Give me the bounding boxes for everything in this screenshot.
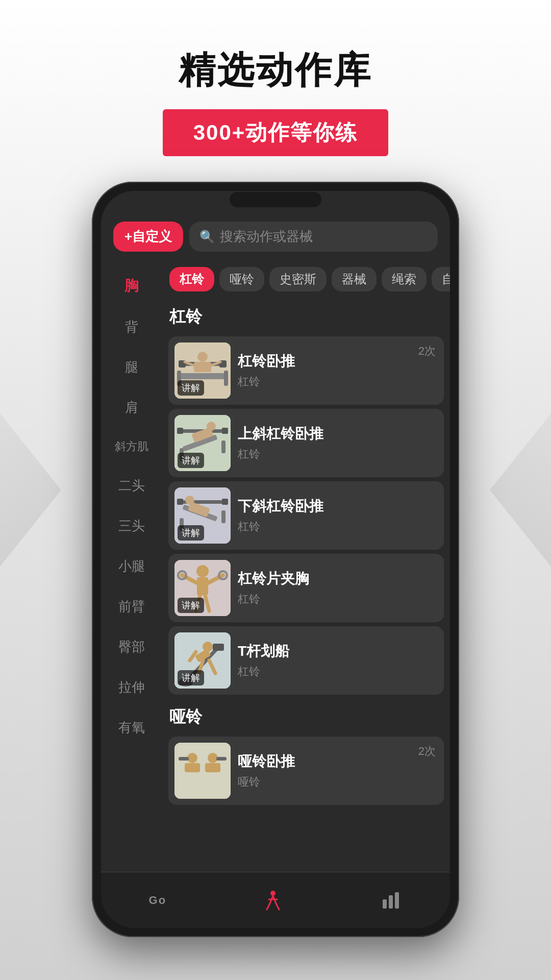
- sidebar-item-trapezius[interactable]: 斜方肌: [101, 428, 162, 465]
- sidebar-item-calf[interactable]: 小腿: [101, 546, 162, 586]
- runner-icon: [262, 889, 284, 912]
- sidebar-item-back[interactable]: 背: [101, 307, 162, 347]
- exercise-info-trow: T杆划船 杠铃: [238, 642, 437, 679]
- search-icon: 🔍: [199, 230, 215, 244]
- filter-chip-machine[interactable]: 器械: [332, 267, 377, 291]
- badge-incline: 讲解: [178, 453, 204, 468]
- main-content: 胸 背 腿 肩 斜方肌 二头 三头 小腿 前臂 臀部 拉伸 有氧: [101, 260, 450, 872]
- exercise-count-bench: 2次: [418, 344, 436, 359]
- filter-chip-smith[interactable]: 史密斯: [269, 267, 327, 291]
- svg-rect-1: [180, 373, 226, 379]
- exercise-thumb-fly: 讲解: [174, 560, 231, 616]
- exercise-thumb-trow: 讲解: [174, 632, 231, 689]
- svg-rect-51: [205, 763, 220, 772]
- exercise-thumb-incline: 讲解: [174, 415, 231, 471]
- nav-go-label: Go: [149, 894, 167, 907]
- sidebar-item-glute[interactable]: 臀部: [101, 627, 162, 667]
- svg-line-58: [276, 903, 279, 910]
- exercise-info-incline: 上斜杠铃卧推 杠铃: [238, 424, 437, 462]
- sidebar-item-cardio[interactable]: 有氧: [101, 707, 162, 748]
- svg-rect-52: [179, 757, 189, 761]
- sidebar-item-legs[interactable]: 腿: [101, 347, 162, 387]
- subtitle-text: 300+动作等你练: [193, 120, 358, 144]
- nav-stats[interactable]: [380, 889, 402, 912]
- phone-mockup: +自定义 🔍 搜索动作或器械 胸 背 腿 肩 斜方肌 二头 三头: [92, 182, 459, 937]
- svg-line-57: [267, 903, 270, 910]
- exercise-item-bench-press[interactable]: 讲解 杠铃卧推 杠铃 2次: [168, 336, 444, 405]
- exercise-info-decline: 下斜杠铃卧推 杠铃: [238, 497, 437, 534]
- svg-rect-40: [213, 644, 224, 651]
- exercise-type-bench: 杠铃: [238, 374, 437, 389]
- exercise-name-bench: 杠铃卧推: [238, 352, 437, 371]
- sidebar-item-forearm[interactable]: 前臂: [101, 586, 162, 627]
- exercise-item-incline-bench[interactable]: 讲解 上斜杠铃卧推 杠铃: [168, 409, 444, 477]
- filter-chip-cable[interactable]: 绳索: [382, 267, 427, 291]
- phone-screen: +自定义 🔍 搜索动作或器械 胸 背 腿 肩 斜方肌 二头 三头: [101, 191, 450, 928]
- exercise-info-bench: 杠铃卧推 杠铃: [238, 352, 437, 389]
- exercise-name-decline: 下斜杠铃卧推: [238, 497, 437, 516]
- svg-rect-31: [197, 577, 208, 595]
- exercise-type-trow: 杠铃: [238, 664, 437, 679]
- filter-chip-barbell[interactable]: 杠铃: [169, 267, 214, 291]
- exercise-thumb-dumbbell: [174, 743, 231, 799]
- exercise-item-decline-bench[interactable]: 讲解 下斜杠铃卧推 杠铃: [168, 481, 444, 550]
- svg-point-49: [208, 753, 218, 763]
- phone-notch: [230, 192, 321, 207]
- search-bar[interactable]: 🔍 搜索动作或器械: [189, 222, 438, 252]
- svg-rect-16: [177, 428, 183, 434]
- page-title: 精选动作库: [179, 46, 372, 95]
- filter-chip-dumbbell[interactable]: 哑铃: [219, 267, 264, 291]
- svg-rect-61: [389, 895, 393, 909]
- exercise-name-fly: 杠铃片夹胸: [238, 569, 437, 589]
- svg-rect-17: [222, 428, 228, 434]
- exercise-item-plate-fly[interactable]: 讲解 杠铃片夹胸 杠铃: [168, 554, 444, 622]
- exercise-info-fly: 杠铃片夹胸 杠铃: [238, 569, 437, 607]
- svg-point-48: [187, 753, 197, 763]
- exercise-type-incline: 杠铃: [238, 447, 437, 462]
- svg-rect-53: [216, 757, 227, 761]
- svg-rect-23: [221, 510, 226, 523]
- exercise-type-fly: 杠铃: [238, 592, 437, 607]
- chart-icon: [380, 889, 402, 912]
- exercise-name-trow: T杆划船: [238, 642, 437, 661]
- exercise-item-t-row[interactable]: 讲解 T杆划船 杠铃: [168, 626, 444, 695]
- svg-rect-50: [185, 763, 200, 772]
- sidebar-item-tricep[interactable]: 三头: [101, 506, 162, 546]
- custom-button-label: +自定义: [124, 228, 172, 246]
- exercise-name-dumbbell-press: 哑铃卧推: [238, 752, 437, 771]
- subtitle-banner: 300+动作等你练: [163, 109, 389, 156]
- filter-chips-bar: 杠铃 哑铃 史密斯 器械 绳索 自重 其他: [162, 260, 450, 299]
- exercise-count-dumbbell: 2次: [418, 744, 436, 759]
- svg-rect-60: [383, 899, 387, 909]
- section-dumbbell-header: 哑铃: [162, 699, 450, 732]
- sidebar-item-shoulder[interactable]: 肩: [101, 387, 162, 428]
- exercise-info-dumbbell-press: 哑铃卧推 哑铃: [238, 752, 437, 790]
- svg-point-30: [196, 565, 209, 577]
- svg-rect-26: [222, 499, 228, 505]
- svg-rect-62: [395, 892, 399, 909]
- exercise-type-dumbbell-press: 哑铃: [238, 774, 437, 790]
- deco-right: [490, 413, 551, 567]
- svg-rect-25: [177, 499, 183, 505]
- exercise-type-decline: 杠铃: [238, 519, 437, 534]
- sidebar-item-stretch[interactable]: 拉伸: [101, 667, 162, 707]
- section-barbell-header: 杠铃: [162, 299, 450, 332]
- exercise-list: 杠铃 哑铃 史密斯 器械 绳索 自重 其他 杠铃: [162, 260, 450, 872]
- svg-rect-8: [194, 362, 211, 372]
- page-background: 精选动作库 300+动作等你练 +自定义 🔍 搜索动作或器械 胸: [0, 0, 551, 980]
- exercise-thumb-decline: 讲解: [174, 487, 231, 544]
- sidebar-item-chest[interactable]: 胸: [101, 265, 162, 307]
- svg-rect-3: [224, 371, 228, 386]
- svg-rect-14: [221, 440, 226, 453]
- svg-rect-47: [174, 743, 231, 799]
- search-placeholder: 搜索动作或器械: [220, 228, 313, 246]
- nav-go[interactable]: Go: [149, 894, 167, 907]
- bottom-navigation: Go: [101, 872, 450, 928]
- sidebar-item-bicep[interactable]: 二头: [101, 465, 162, 506]
- custom-button[interactable]: +自定义: [113, 222, 183, 252]
- muscle-sidebar: 胸 背 腿 肩 斜方肌 二头 三头 小腿 前臂 臀部 拉伸 有氧: [101, 260, 162, 872]
- filter-chip-bodyweight[interactable]: 自重: [432, 267, 450, 291]
- exercise-name-incline: 上斜杠铃卧推: [238, 424, 437, 444]
- nav-workout[interactable]: [262, 889, 284, 912]
- exercise-item-dumbbell-press[interactable]: 哑铃卧推 哑铃 2次: [168, 737, 444, 805]
